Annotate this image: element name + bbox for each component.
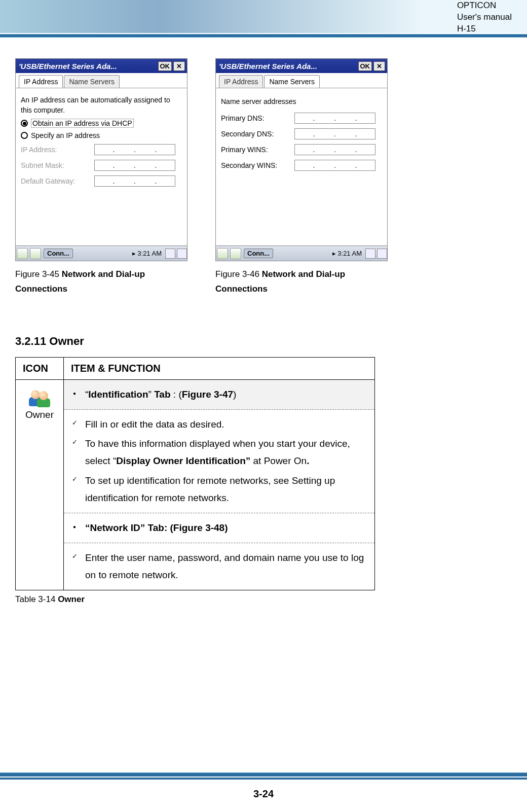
taskbar-clock: ▸ 3:21 AM bbox=[332, 250, 362, 257]
network-id-tab-text: “Network ID” Tab: (Figure 3-48) bbox=[85, 519, 367, 537]
primary-wins-label: Primary WINS: bbox=[221, 146, 294, 154]
secondary-wins-input[interactable]: ... bbox=[294, 160, 375, 171]
owner-table: ICON ITEM & FUNCTION Owner “Identificati… bbox=[15, 357, 375, 591]
caption-prefix: Figure 3-45 bbox=[15, 269, 62, 279]
tab-name-servers[interactable]: Name Servers bbox=[64, 75, 119, 88]
taskbar-clock: ▸ 3:21 AM bbox=[132, 250, 162, 257]
identification-tab-text: “Identification” Tab : (Figure 3-47) bbox=[85, 386, 367, 403]
figure-caption-left: Figure 3-45 Network and Dial-up Connecti… bbox=[15, 267, 187, 297]
row-network-id-tab: “Network ID” Tab: (Figure 3-48) bbox=[64, 513, 374, 543]
tab-name-servers[interactable]: Name Servers bbox=[264, 75, 319, 88]
row-network-id-details: Enter the user name, password, and domai… bbox=[64, 543, 374, 590]
secondary-wins-label: Secondary WINS: bbox=[221, 161, 294, 169]
header-line1: OPTICON bbox=[457, 1, 496, 10]
radio-dhcp-label: Obtain an IP address via DHCP bbox=[31, 119, 134, 128]
table-caption-bold: Owner bbox=[58, 594, 85, 604]
figure-caption-right: Figure 3-46 Network and Dial-up Connecti… bbox=[215, 267, 388, 297]
subnet-mask-input[interactable]: ... bbox=[94, 160, 175, 171]
header-line2: User's manual bbox=[457, 12, 512, 22]
tab-ip-address[interactable]: IP Address bbox=[219, 75, 263, 88]
row-identification-tab: “Identification” Tab : (Figure 3-47) bbox=[64, 380, 374, 410]
radio-specify-row[interactable]: Specify an IP address bbox=[21, 131, 182, 139]
start-icon[interactable] bbox=[17, 248, 28, 259]
gateway-row: Default Gateway: ... bbox=[21, 175, 182, 187]
header-rule bbox=[0, 34, 527, 38]
owner-icon bbox=[29, 388, 50, 407]
start-icon[interactable] bbox=[217, 248, 228, 259]
name-server-heading: Name server addresses bbox=[221, 97, 382, 105]
header-banner bbox=[0, 0, 527, 33]
ip-address-label: IP Address: bbox=[21, 146, 94, 154]
header-line3: H-15 bbox=[457, 24, 476, 33]
tab-bar: IP Address Name Servers bbox=[16, 73, 187, 88]
tray-icon[interactable] bbox=[377, 249, 387, 259]
function-cell: “Identification” Tab : (Figure 3-47) Fil… bbox=[64, 379, 375, 590]
secondary-wins-row: Secondary WINS: ... bbox=[221, 160, 382, 171]
close-button[interactable]: ✕ bbox=[173, 61, 185, 71]
tray-icon[interactable] bbox=[365, 249, 375, 259]
tab-pane: Name server addresses Primary DNS: ... S… bbox=[216, 88, 387, 180]
page-header: OPTICON User's manual H-15 bbox=[15, 0, 512, 38]
taskbar-conn-button[interactable]: Conn... bbox=[44, 249, 73, 258]
clock-text: 3:21 AM bbox=[137, 250, 162, 257]
footer-rule bbox=[0, 772, 527, 782]
radio-specify-label: Specify an IP address bbox=[31, 131, 100, 139]
caption-prefix: Figure 3-46 bbox=[215, 269, 262, 279]
ip-address-row: IP Address: ... bbox=[21, 144, 182, 155]
primary-dns-input[interactable]: ... bbox=[294, 113, 375, 124]
radio-dhcp-row[interactable]: Obtain an IP address via DHCP bbox=[21, 119, 182, 128]
enter-credentials-text: Enter the user name, password, and domai… bbox=[85, 549, 367, 584]
table-header-row: ICON ITEM & FUNCTION bbox=[16, 357, 375, 379]
tab-bar: IP Address Name Servers bbox=[216, 73, 387, 88]
auto-assign-text: An IP address can be automatically assig… bbox=[21, 95, 182, 115]
tab-ip-address[interactable]: IP Address bbox=[19, 75, 63, 88]
window-title: 'USB/Ethernet Series Ada... bbox=[19, 62, 117, 70]
header-text: OPTICON User's manual H-15 bbox=[457, 0, 512, 35]
screenshots-row: 'USB/Ethernet Series Ada... OK ✕ IP Addr… bbox=[15, 58, 512, 297]
section-title: 3.2.11 Owner bbox=[15, 335, 512, 348]
th-icon: ICON bbox=[16, 357, 64, 379]
radio-icon bbox=[21, 120, 28, 127]
primary-wins-row: Primary WINS: ... bbox=[221, 144, 382, 155]
tray-icon[interactable] bbox=[165, 249, 175, 259]
gateway-label: Default Gateway: bbox=[21, 177, 94, 185]
page-number: 3-24 bbox=[0, 788, 527, 800]
close-button[interactable]: ✕ bbox=[373, 61, 385, 71]
table-caption: Table 3-14 Owner bbox=[15, 594, 512, 605]
globe-icon[interactable] bbox=[30, 248, 41, 259]
subnet-mask-label: Subnet Mask: bbox=[21, 161, 94, 169]
screenshot-left: 'USB/Ethernet Series Ada... OK ✕ IP Addr… bbox=[15, 58, 187, 297]
table-caption-prefix: Table 3-14 bbox=[15, 594, 58, 604]
secondary-dns-input[interactable]: ... bbox=[294, 128, 375, 139]
window-title: 'USB/Ethernet Series Ada... bbox=[219, 62, 317, 70]
tray-icon[interactable] bbox=[177, 249, 187, 259]
secondary-dns-label: Secondary DNS: bbox=[221, 130, 294, 138]
radio-icon bbox=[21, 132, 28, 139]
window-titlebar: 'USB/Ethernet Series Ada... OK ✕ bbox=[216, 59, 387, 73]
taskbar: Conn... ▸ 3:21 AM bbox=[216, 245, 387, 261]
secondary-dns-row: Secondary DNS: ... bbox=[221, 128, 382, 139]
tab-pane: An IP address can be automatically assig… bbox=[16, 88, 187, 195]
primary-wins-input[interactable]: ... bbox=[294, 144, 375, 155]
taskbar-conn-button[interactable]: Conn... bbox=[244, 249, 273, 258]
taskbar: Conn... ▸ 3:21 AM bbox=[16, 245, 187, 261]
globe-icon[interactable] bbox=[230, 248, 241, 259]
th-item: ITEM & FUNCTION bbox=[64, 357, 375, 379]
display-owner-text: To have this information displayed when … bbox=[85, 435, 367, 470]
ip-address-input[interactable]: ... bbox=[94, 144, 175, 155]
ok-button[interactable]: OK bbox=[358, 61, 372, 71]
table-body-row: Owner “Identification” Tab : (Figure 3-4… bbox=[16, 379, 375, 590]
ok-button[interactable]: OK bbox=[158, 61, 172, 71]
subnet-mask-row: Subnet Mask: ... bbox=[21, 160, 182, 171]
gateway-input[interactable]: ... bbox=[94, 175, 175, 187]
clock-text: 3:21 AM bbox=[337, 250, 362, 257]
row-identification-details: Fill in or edit the data as desired. To … bbox=[64, 410, 374, 513]
icon-label: Owner bbox=[23, 409, 56, 420]
window-name-servers: 'USB/Ethernet Series Ada... OK ✕ IP Addr… bbox=[215, 58, 388, 261]
window-titlebar: 'USB/Ethernet Series Ada... OK ✕ bbox=[16, 59, 187, 73]
window-ip-address: 'USB/Ethernet Series Ada... OK ✕ IP Addr… bbox=[15, 58, 187, 261]
icon-cell: Owner bbox=[16, 379, 64, 590]
screenshot-right: 'USB/Ethernet Series Ada... OK ✕ IP Addr… bbox=[215, 58, 388, 297]
primary-dns-row: Primary DNS: ... bbox=[221, 113, 382, 124]
primary-dns-label: Primary DNS: bbox=[221, 114, 294, 122]
